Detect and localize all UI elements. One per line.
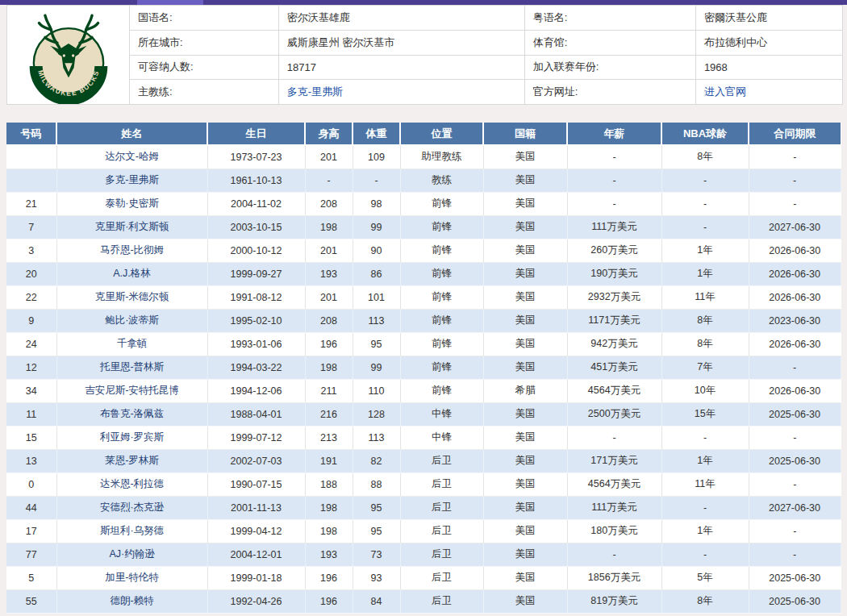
roster-cell: 260万美元 [567,239,661,262]
roster-cell: 113 [353,309,400,332]
roster-row: 0达米恩-利拉德1990-07-1518888后卫美国4564万美元11年- [6,472,841,496]
info-value-link[interactable]: 多克-里弗斯 [278,80,524,105]
roster-cell: 美国 [483,145,567,169]
player-name-cell[interactable]: 千拿頓 [56,332,207,356]
player-name-cell[interactable]: 达尔文-哈姆 [56,145,207,169]
player-name-link[interactable]: 泰勒·史密斯 [105,198,159,209]
roster-cell: 2025-06-30 [749,402,841,426]
player-name-link[interactable]: 莱恩-罗林斯 [105,455,159,466]
roster-cell: 73 [353,543,400,566]
roster-cell: 15 [6,426,56,449]
info-value-link-text[interactable]: 多克-里弗斯 [287,85,343,98]
roster-cell: 美国 [483,543,567,566]
info-value: 18717 [278,55,524,80]
info-label: 所在城市: [130,30,279,55]
player-name-link[interactable]: 达米恩-利拉德 [100,478,164,489]
roster-cell: 前锋 [400,379,483,402]
roster-cell: 1999-04-12 [207,519,305,543]
team-info-body: 国语名:密尔沃基雄鹿粤语名:密爾沃基公鹿所在城市:威斯康星州 密尔沃基市体育馆:… [130,6,843,105]
roster-cell: 2004-12-01 [207,543,305,566]
player-name-cell[interactable]: 德朗-赖特 [56,589,207,613]
player-name-link[interactable]: 达尔文-哈姆 [105,151,159,162]
roster-cell: 190万美元 [567,262,661,285]
player-name-cell[interactable]: 吉安尼斯-安特托昆博 [56,379,207,402]
roster-table: 号码姓名生日身高体重位置国籍年薪NBA球龄合同期限 达尔文-哈姆1973-07-… [6,123,841,614]
player-name-link[interactable]: 克里斯-米德尔顿 [95,291,169,302]
roster-cell: 34 [6,379,56,402]
player-name-cell[interactable]: 安德烈·杰克逊 [56,496,207,519]
player-name-link[interactable]: 斯坦利·乌努德 [100,525,164,536]
player-name-cell[interactable]: 克里斯·利文斯顿 [56,215,207,239]
player-name-cell[interactable]: 鲍比·波蒂斯 [56,309,207,332]
player-name-cell[interactable]: 托里恩-普林斯 [56,356,207,379]
roster-cell: 美国 [483,169,567,192]
roster-cell: 希腊 [483,379,567,402]
roster-cell: 95 [353,519,400,543]
roster-cell: - [567,192,661,215]
info-value-link[interactable]: 进入官网 [695,80,842,105]
player-name-cell[interactable]: 马乔恩-比彻姆 [56,239,207,262]
roster-cell: - [661,543,749,566]
roster-cell: 198 [305,496,353,519]
player-name-cell[interactable]: 多克-里弗斯 [56,169,207,192]
roster-cell: 11年 [661,472,749,496]
player-name-link[interactable]: 马乔恩-比彻姆 [100,244,164,256]
roster-cell: - [749,426,841,449]
roster-cell: 2025-06-30 [749,589,841,613]
player-name-link[interactable]: 吉安尼斯-安特托昆博 [85,385,179,396]
roster-cell: 1988-04-01 [207,402,305,426]
player-name-cell[interactable]: 克里斯-米德尔顿 [56,285,207,309]
roster-cell: 9 [6,309,56,332]
roster-cell [6,145,56,169]
player-name-cell[interactable]: 泰勒·史密斯 [56,192,207,215]
roster-cell: 2026-06-30 [749,332,841,356]
roster-row: 20A.J.格林1999-09-2719386前锋美国190万美元1年2026-… [6,262,841,285]
roster-cell: 1994-12-06 [207,379,305,402]
info-value-link-text[interactable]: 进入官网 [704,85,746,98]
roster-body: 达尔文-哈姆1973-07-23201109助理教练美国-8年-多克-里弗斯19… [6,145,841,613]
roster-cell: 美国 [483,332,567,356]
roster-cell: 前锋 [400,239,483,262]
player-name-link[interactable]: 多克-里弗斯 [105,174,159,185]
roster-column-header: 位置 [400,123,483,145]
roster-column-header: 国籍 [483,123,567,145]
player-name-cell[interactable]: 加里-特伦特 [56,566,207,589]
player-name-link[interactable]: 利亚姆·罗宾斯 [100,431,164,443]
roster-cell: 美国 [483,356,567,379]
roster-cell: 教练 [400,169,483,192]
roster-cell: 4564万美元 [567,472,661,496]
player-name-cell[interactable]: 莱恩-罗林斯 [56,449,207,472]
player-name-cell[interactable]: 斯坦利·乌努德 [56,519,207,543]
player-name-link[interactable]: 千拿頓 [117,338,148,349]
player-name-cell[interactable]: 达米恩-利拉德 [56,472,207,496]
roster-cell: 前锋 [400,285,483,309]
player-name-cell[interactable]: 利亚姆·罗宾斯 [56,426,207,449]
info-label: 可容纳人数: [130,55,279,80]
player-name-cell[interactable]: A.J.格林 [56,262,207,285]
roster-cell: 2026-06-30 [749,262,841,285]
roster-cell: 1991-08-12 [207,285,305,309]
roster-cell: - [749,543,841,566]
roster-cell: 美国 [483,472,567,496]
roster-cell: 助理教练 [400,145,483,169]
player-name-link[interactable]: 鲍比·波蒂斯 [105,314,159,326]
roster-cell: 后卫 [400,472,483,496]
bucks-deer-logo-icon: MILWAUKEE BUCKS [24,6,113,104]
roster-cell: 98 [353,192,400,215]
player-name-link[interactable]: 德朗-赖特 [110,595,153,606]
roster-cell: - [567,145,661,169]
roster-cell: 11年 [661,285,749,309]
roster-cell: 2025-06-30 [749,449,841,472]
roster-cell: 86 [353,262,400,285]
player-name-link[interactable]: AJ·约翰逊 [109,548,154,560]
player-name-cell[interactable]: AJ·约翰逊 [56,543,207,566]
player-name-link[interactable]: 加里-特伦特 [105,572,159,583]
player-name-link[interactable]: 安德烈·杰克逊 [100,502,164,513]
player-name-link[interactable]: 克里斯·利文斯顿 [95,221,169,232]
player-name-link[interactable]: 托里恩-普林斯 [100,361,164,373]
player-name-cell[interactable]: 布鲁克-洛佩兹 [56,402,207,426]
roster-cell: 196 [305,589,353,613]
player-name-link[interactable]: 布鲁克-洛佩兹 [100,408,164,419]
player-name-link[interactable]: A.J.格林 [113,268,151,279]
roster-row: 11布鲁克-洛佩兹1988-04-01216128中锋美国2500万美元15年2… [6,402,841,426]
